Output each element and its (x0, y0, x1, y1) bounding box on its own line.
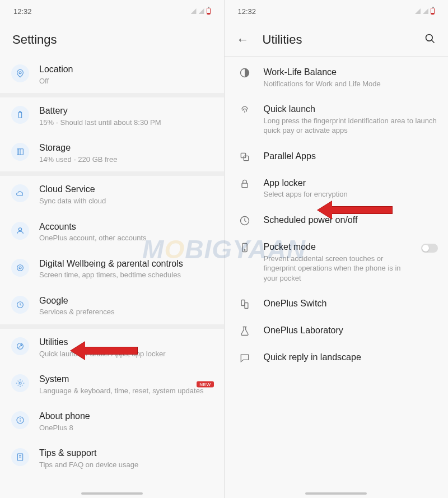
list-item-title: About phone (39, 410, 213, 422)
svg-point-0 (19, 72, 21, 74)
svg-point-7 (19, 267, 21, 269)
settings-list: LocationOff Battery15% - Should last unt… (0, 56, 224, 498)
section-divider (0, 324, 224, 329)
svg-rect-28 (245, 303, 248, 309)
signal-icon (423, 8, 428, 14)
svg-rect-22 (244, 156, 248, 160)
new-badge: NEW (197, 381, 213, 388)
utilities-list: Work-Life BalanceNotifications for Work … (225, 59, 449, 498)
list-item-title: Utilities (39, 336, 213, 348)
utilities-item-pocket[interactable]: Pocket modePrevent accidental screen tou… (225, 234, 449, 290)
section-divider (0, 93, 224, 97)
list-item-title: Scheduled power on/off (264, 214, 437, 226)
svg-point-18 (426, 35, 433, 41)
utilities-item-wlb[interactable]: Work-Life BalanceNotifications for Work … (225, 59, 449, 96)
location-icon (11, 64, 29, 82)
clock-icon (236, 215, 254, 226)
list-item-title: Tips & support (39, 447, 213, 459)
settings-item-google[interactable]: GoogleServices & preferences (0, 287, 224, 324)
list-item-sub: Select apps for encryption (264, 189, 437, 199)
list-item-sub: Services & preferences (39, 307, 213, 317)
divider (225, 56, 449, 57)
list-item-title: Quick reply in landscape (264, 351, 437, 364)
list-item-title: Battery (39, 105, 213, 117)
list-item-sub: Tips and FAQ on device usage (39, 460, 213, 470)
message-icon (236, 352, 254, 364)
svg-rect-23 (242, 183, 248, 188)
utilities-item-switch[interactable]: OnePlus Switch (225, 290, 449, 317)
lab-icon (236, 325, 254, 337)
list-item-title: Work-Life Balance (264, 66, 437, 78)
settings-item-about[interactable]: About phoneOnePlus 8 (0, 403, 224, 440)
utilities-screen: 12:32 ← Utilities Work-Life BalanceNotif… (225, 0, 449, 498)
list-item-title: App locker (264, 177, 437, 189)
status-time: 12:32 (13, 7, 32, 16)
list-item-title: Accounts (39, 221, 213, 233)
utilities-item-quicklaunch[interactable]: Quick launchLong press the fingerprint i… (225, 96, 449, 143)
google-icon (11, 296, 29, 314)
settings-item-tips[interactable]: Tips & supportTips and FAQ on device usa… (0, 440, 224, 477)
signal-icon (415, 8, 421, 14)
list-item-sub: Screen time, app timers, bedtime schedul… (39, 270, 213, 280)
list-item-sub: Prevent accidental screen touches or fin… (264, 254, 413, 283)
list-item-title: OnePlus Laboratory (264, 324, 437, 337)
settings-item-storage[interactable]: Storage14% used - 220 GB free (0, 134, 224, 171)
signal-icon (199, 8, 204, 14)
settings-item-accounts[interactable]: AccountsOnePlus account, other accounts (0, 213, 224, 250)
parallel-icon (236, 151, 254, 162)
pocket-icon (236, 242, 254, 253)
list-item-sub: Quick launch, Parallel Apps, app locker (39, 349, 213, 359)
list-item-title: Quick launch (264, 103, 437, 115)
utilities-item-parallel[interactable]: Parallel Apps (225, 143, 449, 170)
settings-item-cloud[interactable]: Cloud ServiceSync data with cloud (0, 176, 224, 213)
utilities-item-scheduled[interactable]: Scheduled power on/off (225, 207, 449, 234)
list-item-title: OnePlus Switch (264, 297, 437, 310)
about-icon (11, 411, 29, 429)
list-item-sub: 14% used - 220 GB free (39, 155, 213, 165)
settings-item-wellbeing[interactable]: Digital Wellbeing & parental controlsScr… (0, 250, 224, 287)
search-button[interactable] (424, 33, 436, 46)
accounts-icon (11, 222, 29, 240)
list-item-title: Cloud Service (39, 183, 213, 196)
svg-rect-2 (20, 111, 21, 112)
lock-icon (236, 178, 254, 189)
nav-handle[interactable] (305, 492, 367, 495)
switch-icon (236, 299, 254, 310)
wellbeing-icon (11, 259, 29, 277)
list-item-title: Digital Wellbeing & parental controls (39, 258, 213, 270)
status-icons (415, 8, 435, 15)
list-item-title: Storage (39, 142, 213, 154)
settings-item-utilities[interactable]: UtilitiesQuick launch, Parallel Apps, ap… (0, 329, 224, 366)
svg-point-11 (19, 382, 21, 384)
utilities-item-lab[interactable]: OnePlus Laboratory (225, 317, 449, 344)
status-bar: 12:32 (225, 0, 449, 22)
header: ← Utilities (225, 22, 449, 56)
settings-item-battery[interactable]: Battery15% - Should last until about 8:3… (0, 97, 224, 134)
list-item-title: Pocket mode (264, 241, 413, 253)
settings-item-location[interactable]: LocationOff (0, 56, 224, 93)
section-divider (0, 171, 224, 176)
nav-handle[interactable] (81, 492, 143, 495)
svg-point-14 (20, 418, 21, 419)
back-button[interactable]: ← (237, 32, 249, 47)
signal-icon (191, 8, 197, 14)
svg-point-6 (18, 227, 21, 230)
system-icon (11, 374, 29, 392)
pocket-toggle[interactable] (421, 244, 438, 253)
svg-rect-27 (241, 300, 245, 306)
battery-icon (207, 8, 211, 15)
utilities-item-applocker[interactable]: App lockerSelect apps for encryption (225, 170, 449, 207)
list-item-title: Google (39, 295, 213, 307)
svg-rect-21 (241, 153, 245, 157)
utilities-item-quickreply[interactable]: Quick reply in landscape (225, 344, 449, 371)
list-item-sub: Sync data with cloud (39, 196, 213, 206)
fingerprint-icon (236, 104, 254, 115)
settings-item-system[interactable]: SystemLanguage & keyboard, time, reset, … (0, 366, 224, 403)
tips-icon (11, 448, 29, 466)
battery-icon (11, 106, 29, 124)
svg-rect-1 (18, 112, 21, 118)
svg-point-8 (17, 264, 24, 271)
svg-line-19 (432, 40, 435, 43)
battery-icon (431, 8, 435, 15)
list-item-sub: Long press the fingerprint identificatio… (264, 116, 437, 136)
